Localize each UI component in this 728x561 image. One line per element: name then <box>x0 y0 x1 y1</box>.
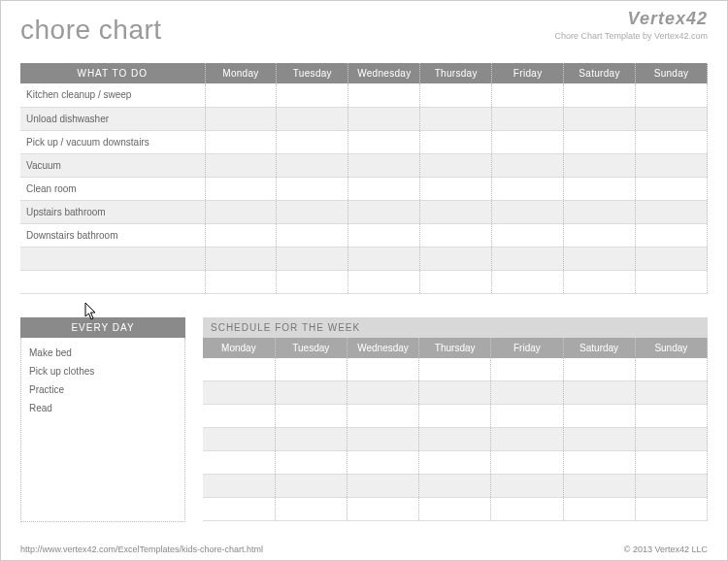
chore-cell <box>492 153 564 177</box>
sched-cell <box>347 475 418 498</box>
sched-cell <box>635 451 707 475</box>
chore-cell <box>277 83 348 107</box>
sched-cell <box>491 451 563 475</box>
sched-cell <box>203 381 275 405</box>
sched-cell <box>347 451 418 475</box>
footer-url: http://www.vertex42.com/ExcelTemplates/k… <box>20 544 263 554</box>
brand-logo: Vertex42 <box>555 9 708 29</box>
chore-cell <box>636 177 708 200</box>
chore-cell <box>564 153 636 177</box>
sched-cell <box>563 428 635 451</box>
everyday-body: Make bed Pick up clothes Practice Read <box>20 338 185 522</box>
brand-tagline: Chore Chart Template by Vertex42.com <box>555 31 708 41</box>
table-row <box>20 247 708 270</box>
sched-cell <box>347 358 418 381</box>
sched-cell <box>563 498 635 521</box>
chore-cell <box>205 270 277 293</box>
chore-name: Kitchen cleanup / sweep <box>20 83 205 107</box>
sched-cell <box>491 381 563 405</box>
footer-copyright: © 2013 Vertex42 LLC <box>624 544 708 554</box>
sched-cell <box>635 498 707 521</box>
sched-cell <box>419 475 491 498</box>
sched-cell <box>635 358 707 381</box>
chore-cell <box>492 223 564 247</box>
sched-cell <box>347 381 418 405</box>
table-row: Upstairs bathroom <box>20 200 708 223</box>
chore-cell <box>564 107 636 130</box>
sched-cell <box>419 451 491 475</box>
chore-cell <box>636 130 708 153</box>
schedule-header: SCHEDULE FOR THE WEEK <box>203 317 708 338</box>
sched-cell <box>347 405 418 428</box>
chore-name: Pick up / vacuum downstairs <box>20 130 205 153</box>
chore-header-main: WHAT TO DO <box>20 63 205 83</box>
page-title: chore chart <box>20 15 162 46</box>
day-header: Wednesday <box>347 338 418 358</box>
chore-cell <box>277 223 348 247</box>
sched-cell <box>491 428 563 451</box>
table-row <box>203 381 708 405</box>
sched-cell <box>419 405 491 428</box>
sched-cell <box>563 405 635 428</box>
chore-cell <box>277 200 348 223</box>
chore-cell <box>348 270 420 293</box>
sched-cell <box>635 405 707 428</box>
chore-cell <box>492 177 564 200</box>
chore-cell <box>348 177 420 200</box>
chore-cell <box>205 130 277 153</box>
chore-cell <box>564 270 636 293</box>
chore-cell <box>564 223 636 247</box>
chore-cell <box>205 107 277 130</box>
chore-cell <box>420 153 492 177</box>
chore-cell <box>277 153 348 177</box>
sched-cell <box>491 498 563 521</box>
chore-cell <box>348 247 420 270</box>
sched-cell <box>635 428 707 451</box>
chore-table: WHAT TO DO Monday Tuesday Wednesday Thur… <box>20 63 708 294</box>
day-header: Monday <box>203 338 275 358</box>
list-item: Practice <box>29 380 177 399</box>
table-row: Clean room <box>20 177 708 200</box>
chore-cell <box>492 200 564 223</box>
day-header: Saturday <box>564 63 636 83</box>
sched-cell <box>275 475 347 498</box>
everyday-panel: EVERY DAY Make bed Pick up clothes Pract… <box>20 317 185 522</box>
table-row <box>203 498 708 521</box>
sched-cell <box>563 381 635 405</box>
chore-cell <box>636 270 708 293</box>
day-header: Tuesday <box>277 63 348 83</box>
sched-cell <box>419 428 491 451</box>
chore-cell <box>348 130 420 153</box>
list-item: Read <box>29 399 177 417</box>
sched-cell <box>419 381 491 405</box>
chore-cell <box>420 177 492 200</box>
day-header: Friday <box>491 338 563 358</box>
chore-cell <box>492 83 564 107</box>
chore-cell <box>492 247 564 270</box>
chore-cell <box>205 200 277 223</box>
chore-name: Unload dishwasher <box>20 107 205 130</box>
sched-cell <box>347 428 418 451</box>
sched-cell <box>275 358 347 381</box>
chore-cell <box>564 177 636 200</box>
chore-cell <box>205 247 277 270</box>
chore-cell <box>277 247 348 270</box>
chore-cell <box>636 153 708 177</box>
chore-cell <box>348 83 420 107</box>
header: chore chart Vertex42 Chore Chart Templat… <box>20 9 708 46</box>
chore-cell <box>277 130 348 153</box>
day-header: Thursday <box>419 338 491 358</box>
lower-section: EVERY DAY Make bed Pick up clothes Pract… <box>20 317 708 522</box>
day-header: Monday <box>205 63 277 83</box>
chore-cell <box>636 107 708 130</box>
chore-cell <box>636 247 708 270</box>
list-item: Pick up clothes <box>29 362 177 380</box>
sched-cell <box>347 498 418 521</box>
chore-cell <box>277 177 348 200</box>
brand-block: Vertex42 Chore Chart Template by Vertex4… <box>555 9 708 41</box>
sched-cell <box>491 405 563 428</box>
chore-cell <box>205 153 277 177</box>
chore-cell <box>420 200 492 223</box>
sched-cell <box>203 358 275 381</box>
day-header: Sunday <box>635 338 707 358</box>
